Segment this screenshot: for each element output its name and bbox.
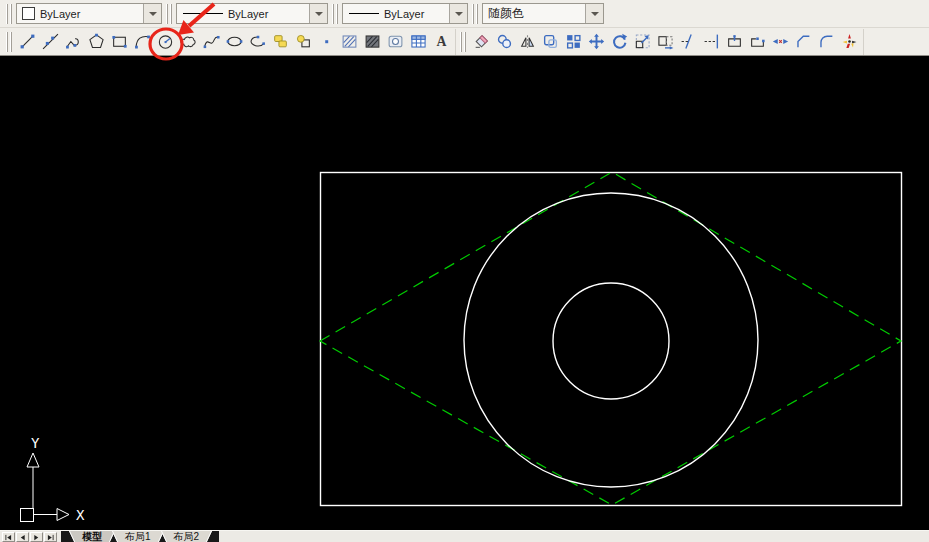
spline-tool-button[interactable] — [200, 30, 223, 54]
break-tool-button[interactable] — [746, 30, 769, 54]
toolbar-grip[interactable] — [6, 4, 12, 24]
construction-line-tool-button[interactable] — [39, 30, 62, 54]
tab-layout2-label: 布局2 — [174, 531, 200, 542]
revision-cloud-tool-button[interactable] — [177, 30, 200, 54]
extend-tool-button[interactable] — [700, 30, 723, 54]
ucs-x-arrowhead — [57, 509, 69, 521]
outer-circle-entity[interactable] — [464, 193, 758, 487]
rotate-icon — [611, 33, 628, 50]
layout-tab-bar: 模型布局1布局2 — [0, 530, 929, 542]
break-icon — [749, 33, 766, 50]
line-tool-button[interactable] — [16, 30, 39, 54]
linetype-control[interactable]: ByLayer — [176, 3, 328, 24]
lineweight-dropdown-arrow[interactable] — [449, 4, 467, 23]
ucs-y-label: Y — [31, 435, 40, 451]
region-icon — [387, 33, 404, 50]
tab-nav-previous-button[interactable] — [16, 532, 29, 542]
insert-block-icon — [272, 33, 289, 50]
arc-icon — [134, 33, 151, 50]
point-icon — [318, 33, 335, 50]
explode-tool-button[interactable] — [838, 30, 861, 54]
trim-icon — [680, 33, 697, 50]
rectangle-icon — [111, 33, 128, 50]
insert-block-tool-button[interactable] — [269, 30, 292, 54]
chamfer-tool-button[interactable] — [792, 30, 815, 54]
fillet-icon — [818, 33, 835, 50]
color-swatch — [22, 7, 35, 20]
explode-icon — [841, 33, 858, 50]
mirror-tool-button[interactable] — [516, 30, 539, 54]
toolbar-grip[interactable] — [472, 4, 478, 24]
polygon-tool-button[interactable] — [85, 30, 108, 54]
ellipse-arc-icon — [249, 33, 266, 50]
tab-nav-first-button[interactable] — [2, 532, 15, 542]
tab-nav-last-button[interactable] — [44, 532, 57, 542]
inner-circle-entity[interactable] — [553, 283, 669, 399]
copy-icon — [496, 33, 513, 50]
move-tool-button[interactable] — [585, 30, 608, 54]
array-tool-button[interactable] — [562, 30, 585, 54]
erase-tool-button[interactable] — [470, 30, 493, 54]
circle-tool-button[interactable] — [154, 30, 177, 54]
lineweight-control[interactable]: ByLayer — [342, 3, 468, 24]
linetype-dropdown-arrow[interactable] — [309, 4, 327, 23]
hatch-tool-button[interactable] — [338, 30, 361, 54]
polyline-tool-button[interactable] — [62, 30, 85, 54]
tab-model[interactable]: 模型 — [69, 531, 115, 542]
lineweight-preview — [349, 13, 379, 14]
copy-tool-button[interactable] — [493, 30, 516, 54]
toolbar-grip[interactable] — [332, 4, 338, 24]
break-at-point-icon — [726, 33, 743, 50]
rectangle-tool-button[interactable] — [108, 30, 131, 54]
drawing-entities — [0, 56, 929, 530]
toolbar-grip[interactable] — [6, 32, 12, 52]
ellipse-tool-button[interactable] — [223, 30, 246, 54]
arc-tool-button[interactable] — [131, 30, 154, 54]
plotstyle-control[interactable]: 随颜色 — [482, 3, 604, 24]
stretch-tool-button[interactable] — [654, 30, 677, 54]
make-block-icon — [295, 33, 312, 50]
stretch-icon — [657, 33, 674, 50]
draw-toolbar — [16, 29, 456, 55]
drawing-canvas[interactable]: Y X — [0, 56, 929, 530]
join-icon — [772, 33, 789, 50]
plotstyle-dropdown-arrow[interactable] — [585, 4, 603, 23]
polyline-icon — [65, 33, 82, 50]
move-icon — [588, 33, 605, 50]
tab-layout1[interactable]: 布局1 — [112, 531, 164, 542]
color-control-value: ByLayer — [35, 8, 143, 20]
tab-layout2[interactable]: 布局2 — [161, 531, 213, 542]
color-dropdown-arrow[interactable] — [143, 4, 161, 23]
diamond-dashed-entity[interactable] — [320, 172, 901, 505]
color-control[interactable]: ByLayer — [16, 3, 162, 24]
table-tool-button[interactable] — [407, 30, 430, 54]
rectangle-entity[interactable] — [321, 173, 902, 506]
point-tool-button[interactable] — [315, 30, 338, 54]
ucs-icon: Y X — [0, 426, 100, 530]
tab-nav-next-button[interactable] — [30, 532, 43, 542]
last-icon — [46, 534, 55, 541]
scale-icon — [634, 33, 651, 50]
rotate-tool-button[interactable] — [608, 30, 631, 54]
break-at-point-tool-button[interactable] — [723, 30, 746, 54]
trim-tool-button[interactable] — [677, 30, 700, 54]
line-icon — [19, 33, 36, 50]
scale-tool-button[interactable] — [631, 30, 654, 54]
toolbar-grip[interactable] — [166, 4, 172, 24]
ellipse-arc-tool-button[interactable] — [246, 30, 269, 54]
multiline-text-icon — [433, 33, 450, 50]
fillet-tool-button[interactable] — [815, 30, 838, 54]
offset-tool-button[interactable] — [539, 30, 562, 54]
multiline-text-tool-button[interactable] — [430, 30, 453, 54]
toolbar-grip[interactable] — [460, 32, 466, 52]
linetype-preview — [183, 13, 223, 14]
join-tool-button[interactable] — [769, 30, 792, 54]
tab-model-label: 模型 — [82, 531, 102, 542]
modify-toolbar — [470, 29, 864, 55]
polygon-icon — [88, 33, 105, 50]
linetype-control-value: ByLayer — [223, 8, 309, 20]
make-block-tool-button[interactable] — [292, 30, 315, 54]
region-tool-button[interactable] — [384, 30, 407, 54]
ellipse-icon — [226, 33, 243, 50]
gradient-tool-button[interactable] — [361, 30, 384, 54]
